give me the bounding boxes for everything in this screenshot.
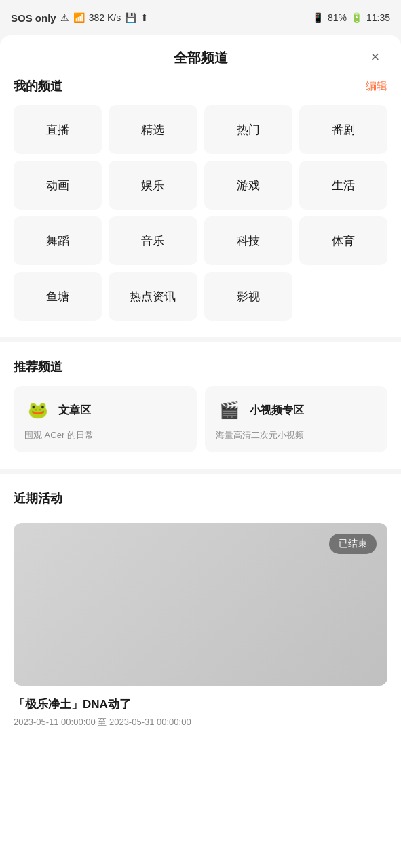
channel-item[interactable]: 直播 <box>14 105 102 154</box>
recommend-icon: 🎬 <box>216 397 243 424</box>
channel-item[interactable]: 精选 <box>109 105 197 154</box>
recommend-desc: 海量高清二次元小视频 <box>216 429 377 441</box>
status-left: SOS only ⚠ 📶 382 K/s 💾 ⬆ <box>11 12 149 24</box>
recommend-name: 小视频专区 <box>250 403 304 418</box>
channel-item[interactable]: 热点资讯 <box>109 272 197 321</box>
channel-item[interactable]: 鱼塘 <box>14 272 102 321</box>
my-channels-header: 我的频道 编辑 <box>14 78 387 94</box>
main-container: 全部频道 × 我的频道 编辑 直播精选热门番剧动画娱乐游戏生活舞蹈音乐科技体育鱼… <box>0 35 401 868</box>
activity-date: 2023-05-11 00:00:00 至 2023-05-31 00:00:0… <box>14 716 387 728</box>
battery-percent: 81% <box>328 12 347 23</box>
section-divider-2 <box>0 469 401 474</box>
activity-info: 「极乐净土」DNA动了 2023-05-11 00:00:00 至 2023-0… <box>0 686 401 739</box>
network-speed: 382 K/s <box>89 12 121 23</box>
channel-grid: 直播精选热门番剧动画娱乐游戏生活舞蹈音乐科技体育鱼塘热点资讯影视 <box>14 105 387 321</box>
time-display: 11:35 <box>366 12 390 23</box>
close-button[interactable]: × <box>363 45 387 69</box>
recent-activities-section: 近期活动 <box>0 490 401 507</box>
wifi-icon: 📶 <box>73 12 85 23</box>
channel-item[interactable]: 热门 <box>204 105 292 154</box>
channel-item[interactable]: 体育 <box>299 216 387 265</box>
recommend-section: 推荐频道 🐸 文章区 围观 ACer 的日常 🎬 小视频专区 海量高清二次元小视… <box>0 359 401 452</box>
section-divider-1 <box>0 337 401 342</box>
battery-icon: 🔋 <box>351 12 362 23</box>
recommend-card[interactable]: 🐸 文章区 围观 ACer 的日常 <box>14 386 197 452</box>
activity-title: 「极乐净土」DNA动了 <box>14 696 387 712</box>
channel-item[interactable]: 生活 <box>299 161 387 210</box>
recommend-title: 推荐频道 <box>14 359 62 375</box>
sim-icon: 💾 <box>125 12 136 23</box>
recommend-card-header: 🎬 小视频专区 <box>216 397 377 424</box>
page-title: 全部频道 <box>174 49 228 67</box>
sos-text: SOS only <box>11 12 56 24</box>
edit-button[interactable]: 编辑 <box>366 79 387 94</box>
recommend-card-header: 🐸 文章区 <box>24 397 186 424</box>
activities-title: 近期活动 <box>14 490 62 507</box>
device-icon: 📱 <box>312 12 324 23</box>
recommend-card[interactable]: 🎬 小视频专区 海量高清二次元小视频 <box>205 386 388 452</box>
channel-item[interactable]: 舞蹈 <box>14 216 102 265</box>
recommend-grid: 🐸 文章区 围观 ACer 的日常 🎬 小视频专区 海量高清二次元小视频 <box>14 386 387 452</box>
header: 全部频道 × <box>0 35 401 78</box>
recommend-header: 推荐频道 <box>14 359 387 375</box>
channel-item[interactable]: 音乐 <box>109 216 197 265</box>
channel-item[interactable]: 娱乐 <box>109 161 197 210</box>
status-right: 📱 81% 🔋 11:35 <box>312 12 390 23</box>
recommend-icon: 🐸 <box>24 397 52 424</box>
my-channels-title: 我的频道 <box>14 78 62 94</box>
channel-item[interactable]: 番剧 <box>299 105 387 154</box>
my-channels-section: 我的频道 编辑 直播精选热门番剧动画娱乐游戏生活舞蹈音乐科技体育鱼塘热点资讯影视 <box>0 78 401 321</box>
activity-badge: 已结束 <box>329 534 377 554</box>
channel-item[interactable]: 影视 <box>204 272 292 321</box>
channel-item[interactable]: 科技 <box>204 216 292 265</box>
channel-item[interactable]: 动画 <box>14 161 102 210</box>
recommend-desc: 围观 ACer 的日常 <box>24 429 186 441</box>
upload-icon: ⬆ <box>140 12 149 23</box>
recommend-name: 文章区 <box>58 403 91 418</box>
activities-header: 近期活动 <box>14 490 387 507</box>
channel-item[interactable]: 游戏 <box>204 161 292 210</box>
status-bar: SOS only ⚠ 📶 382 K/s 💾 ⬆ 📱 81% 🔋 11:35 <box>0 0 401 35</box>
activity-card[interactable]: 已结束 <box>14 523 387 686</box>
warning-icon: ⚠ <box>60 12 69 23</box>
